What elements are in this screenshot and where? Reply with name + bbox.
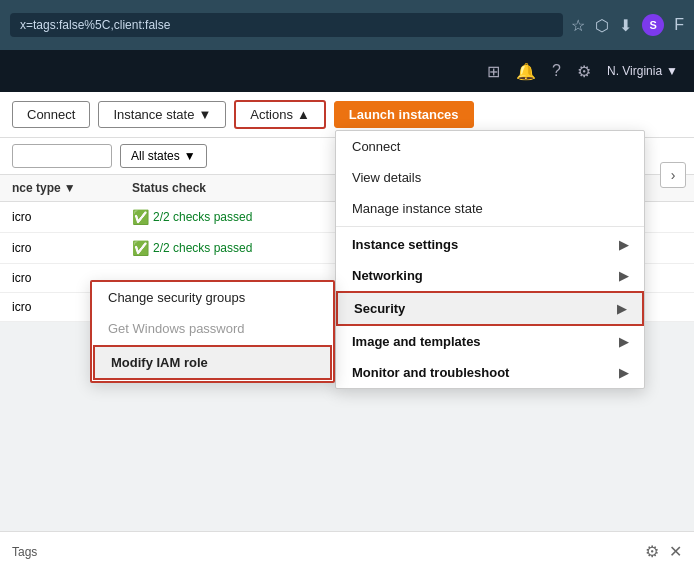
grid-icon[interactable]: ⊞ (487, 62, 500, 81)
tags-label: Tags (12, 545, 37, 559)
chevron-right-button[interactable]: › (660, 162, 686, 188)
row-status: ✅ 2/2 checks passed (132, 240, 332, 256)
row-status: ✅ 2/2 checks passed (132, 209, 332, 225)
region-arrow-icon: ▼ (666, 64, 678, 78)
url-text: x=tags:false%5C,client:false (20, 18, 170, 32)
share-icon[interactable]: ⬡ (595, 16, 609, 35)
row-type: icro (12, 241, 132, 255)
avatar[interactable]: S (642, 14, 664, 36)
menu-item-networking[interactable]: Networking ▶ (336, 260, 644, 291)
actions-dropdown: Connect View details Manage instance sta… (335, 130, 645, 389)
launch-instances-button[interactable]: Launch instances (334, 101, 474, 128)
sub-menu-item-windows-password: Get Windows password (92, 313, 333, 344)
check-icon: ✅ (132, 209, 149, 225)
arrow-right-icon: ▶ (619, 366, 628, 380)
browser-bar: x=tags:false%5C,client:false ☆ ⬡ ⬇ S F (0, 0, 694, 50)
menu-item-instance-settings[interactable]: Instance settings ▶ (336, 229, 644, 260)
region-label: N. Virginia (607, 64, 662, 78)
bottom-bar: Tags ⚙ ✕ (0, 531, 694, 571)
close-icon[interactable]: ✕ (669, 542, 682, 561)
instance-state-arrow-icon: ▼ (198, 107, 211, 122)
col-type-sort-icon: ▼ (64, 181, 76, 195)
more-icon[interactable]: F (674, 16, 684, 34)
arrow-right-icon: ▶ (619, 335, 628, 349)
menu-item-manage-instance-state[interactable]: Manage instance state (336, 193, 644, 224)
menu-item-connect[interactable]: Connect (336, 131, 644, 162)
col-status-header: Status check (132, 181, 332, 195)
connect-button[interactable]: Connect (12, 101, 90, 128)
row-type: icro (12, 210, 132, 224)
top-nav: ⊞ 🔔 ? ⚙ N. Virginia ▼ (0, 50, 694, 92)
check-icon: ✅ (132, 240, 149, 256)
col-type-header[interactable]: nce type ▼ (12, 181, 132, 195)
arrow-right-icon: ▶ (619, 238, 628, 252)
arrow-right-icon: ▶ (617, 302, 626, 316)
menu-divider (336, 226, 644, 227)
menu-item-security[interactable]: Security ▶ (336, 291, 644, 326)
sub-menu-item-modify-iam[interactable]: Modify IAM role (93, 345, 332, 380)
browser-icons: ☆ ⬡ ⬇ S F (571, 14, 684, 36)
arrow-right-icon: ▶ (619, 269, 628, 283)
all-states-button[interactable]: All states ▼ (120, 144, 207, 168)
actions-arrow-icon: ▲ (297, 107, 310, 122)
settings-icon[interactable]: ⚙ (577, 62, 591, 81)
search-input[interactable] (12, 144, 112, 168)
star-icon[interactable]: ☆ (571, 16, 585, 35)
download-icon[interactable]: ⬇ (619, 16, 632, 35)
instance-state-button[interactable]: Instance state ▼ (98, 101, 226, 128)
gear-icon[interactable]: ⚙ (645, 542, 659, 561)
sub-menu-item-change-security[interactable]: Change security groups (92, 282, 333, 313)
help-icon[interactable]: ? (552, 62, 561, 80)
security-submenu: Change security groups Get Windows passw… (90, 280, 335, 383)
menu-item-monitor[interactable]: Monitor and troubleshoot ▶ (336, 357, 644, 388)
region-selector[interactable]: N. Virginia ▼ (607, 64, 678, 78)
all-states-arrow-icon: ▼ (184, 149, 196, 163)
bottom-icons: ⚙ ✕ (645, 542, 682, 561)
menu-item-image-templates[interactable]: Image and templates ▶ (336, 326, 644, 357)
actions-button[interactable]: Actions ▲ (234, 100, 326, 129)
menu-item-view-details[interactable]: View details (336, 162, 644, 193)
url-bar[interactable]: x=tags:false%5C,client:false (10, 13, 563, 37)
bell-icon[interactable]: 🔔 (516, 62, 536, 81)
